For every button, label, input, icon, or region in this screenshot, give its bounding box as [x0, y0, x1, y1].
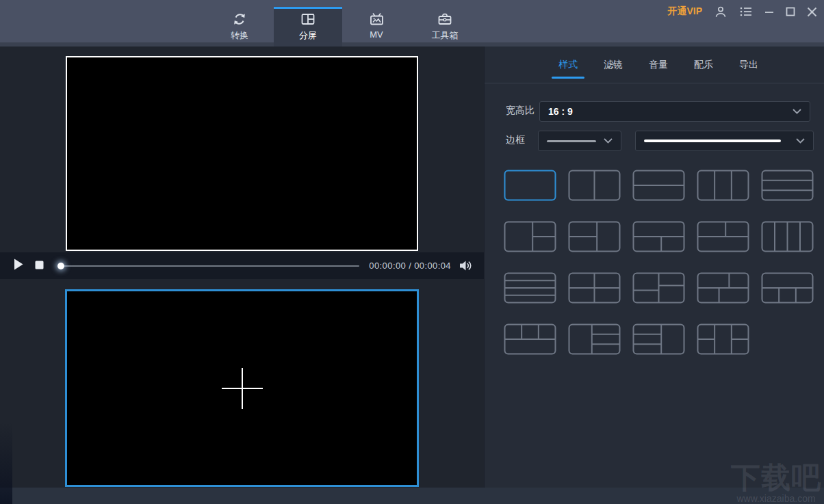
panel-tab-export[interactable]: 导出 [738, 47, 759, 83]
nav-tab-convert[interactable]: 转换 [205, 7, 274, 47]
layout-single-selected[interactable] [504, 170, 556, 201]
nav-tab-toolbox[interactable]: 工具箱 [411, 7, 479, 47]
seek-slider[interactable] [57, 261, 359, 271]
layout-4-columns[interactable] [761, 221, 814, 252]
active-tab-underline [552, 77, 584, 79]
panel-tab-music[interactable]: 配乐 [693, 47, 714, 83]
layout-3-columns[interactable] [697, 170, 749, 201]
layout-staggered-vertical[interactable] [632, 272, 685, 304]
maximize-icon[interactable] [786, 7, 795, 16]
user-icon[interactable] [714, 5, 728, 18]
tv-icon [369, 11, 385, 27]
split-screen-icon [300, 11, 316, 27]
layout-2-top-1-bottom[interactable] [697, 221, 749, 252]
border-style-dropdown[interactable] [538, 131, 621, 151]
border-label: 边框 [506, 134, 525, 146]
nav-tab-mv[interactable]: MV [342, 7, 411, 47]
main-nav-tabs: 转换分屏MV工具箱 [205, 7, 479, 47]
layout-grid-2x2[interactable] [568, 272, 621, 304]
play-button[interactable] [14, 258, 23, 273]
nav-tab-label: 转换 [231, 29, 248, 42]
stop-button[interactable] [35, 260, 44, 272]
minimize-icon[interactable] [764, 7, 774, 16]
border-color-dropdown[interactable] [635, 131, 814, 151]
volume-icon[interactable] [459, 260, 473, 271]
layout-3-top-1-bottom[interactable] [504, 323, 556, 355]
panel-tabs: 样式滤镜音量配乐导出 [485, 47, 824, 83]
split-layout-grid [504, 170, 824, 355]
layout-3-left-1-right[interactable] [632, 323, 685, 355]
border-style-swatch [547, 140, 596, 142]
seek-thumb[interactable] [57, 263, 64, 269]
chevron-down-icon [604, 138, 613, 144]
toolbox-icon [437, 11, 452, 27]
bottom-status-strip [0, 488, 824, 504]
close-icon[interactable] [807, 7, 817, 17]
player-bar: 00:00:00 / 00:00:04 [0, 252, 484, 279]
layout-1-top-2-bottom[interactable] [632, 221, 685, 252]
layout-3-rows[interactable] [761, 170, 814, 201]
layout-2-rows[interactable] [632, 170, 685, 201]
nav-tab-split-screen[interactable]: 分屏 [274, 7, 342, 47]
layout-1-top-3-bottom[interactable] [761, 272, 814, 304]
layout-staggered-horizontal[interactable] [697, 272, 749, 304]
layout-1-left-3-right[interactable] [568, 323, 621, 355]
layout-1-left-2-right[interactable] [504, 221, 556, 252]
aspect-ratio-value: 16 : 9 [548, 106, 573, 117]
aspect-ratio-label: 宽高比 [506, 105, 535, 117]
panel-tab-filter[interactable]: 滤镜 [603, 47, 623, 83]
titlebar-controls: 开通VIP [667, 0, 817, 23]
video-drop-zone[interactable] [65, 289, 419, 487]
panel-tab-volume[interactable]: 音量 [648, 47, 669, 83]
border-color-swatch [644, 140, 781, 142]
layout-2-columns[interactable] [568, 170, 621, 201]
chevron-down-icon [796, 138, 805, 144]
nav-tab-label: 分屏 [299, 29, 317, 42]
layout-2-left-1-right[interactable] [568, 221, 621, 252]
menu-icon[interactable] [739, 5, 753, 18]
seek-track[interactable] [57, 265, 359, 267]
nav-tab-label: 工具箱 [432, 29, 459, 42]
layout-4-rows[interactable] [504, 272, 556, 304]
layout-sides-split-middle-full[interactable] [697, 323, 749, 355]
aspect-ratio-dropdown[interactable]: 16 : 9 [539, 101, 810, 122]
refresh-icon [232, 11, 247, 27]
plus-icon[interactable] [222, 368, 263, 409]
chevron-down-icon [793, 109, 801, 114]
video-preview-top [66, 56, 418, 251]
panel-tab-style[interactable]: 样式 [558, 47, 578, 83]
nav-tab-label: MV [370, 29, 383, 40]
settings-panel: 样式滤镜音量配乐导出 宽高比 16 : 9 边框 [484, 47, 824, 488]
vip-button[interactable]: 开通VIP [667, 5, 702, 18]
preview-area: 00:00:00 / 00:00:04 [0, 47, 484, 488]
time-display: 00:00:00 / 00:00:04 [369, 261, 451, 271]
